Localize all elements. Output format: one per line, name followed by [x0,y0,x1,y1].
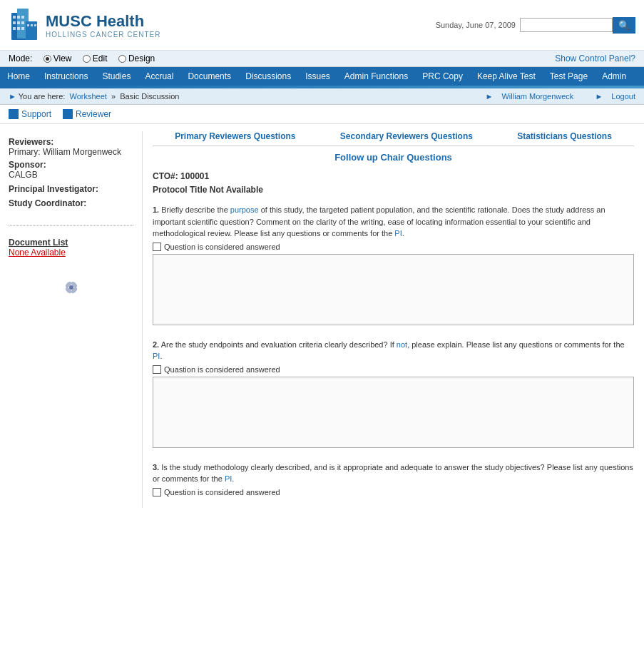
nav-prc-copy[interactable]: PRC Copy [415,67,470,86]
followup-header: Follow up Chair Questions [153,152,634,163]
question-2-checkbox[interactable] [153,365,161,374]
tab-reviewer[interactable]: Reviewer [63,109,111,119]
svg-rect-8 [13,27,16,30]
svg-rect-11 [26,21,37,40]
doc-list-label: Document List [9,238,133,248]
tab-primary-reviewers[interactable]: Primary Reviewers Questions [175,131,295,141]
logo-text: MUSC Health HOLLINGS CANCER CENTER [46,12,160,39]
nav-documents[interactable]: Documents [180,67,238,86]
svg-rect-13 [31,24,33,26]
q2-pi-link[interactable]: PI [153,352,160,360]
header-right: Sunday, June 07, 2009 🔍 [436,17,635,34]
question-tabs: Primary Reviewers Questions Secondary Re… [153,131,634,146]
breadcrumb-sep: » [111,92,116,101]
question-2-answer[interactable] [153,377,634,448]
mode-design-option[interactable]: Design [118,54,155,63]
nav-admin-functions[interactable]: Admin Functions [337,67,415,86]
breadcrumb-you-are-here: You are here: [19,92,66,101]
page-header: MUSC Health HOLLINGS CANCER CENTER Sunda… [0,0,644,51]
question-3-checkbox[interactable] [153,488,161,496]
svg-rect-2 [13,16,16,19]
svg-rect-10 [21,27,24,30]
control-panel-link[interactable]: Show Control Panel? [555,54,635,63]
tab-statisticians[interactable]: Statisticians Questions [517,131,612,141]
q1-purpose-link[interactable]: purpose [230,205,259,214]
nav-test-page[interactable]: Test Page [543,67,595,86]
coordinator-label: Study Coordinator: [9,198,133,208]
content-area: Primary Reviewers Questions Secondary Re… [143,131,644,508]
q2-not-link[interactable]: not [397,340,407,349]
question-2-checkbox-label: Quastion is considered answered [164,365,280,374]
coordinator-value [9,208,133,218]
doc-list-value[interactable]: None Available [9,248,133,258]
mode-design-radio[interactable] [118,55,126,63]
nav-issues[interactable]: Issues [298,67,337,86]
breadcrumb-logout[interactable]: Logout [611,92,635,101]
question-3-number: 3. [153,463,159,472]
question-1-checkbox-row: Question is considered answered [153,243,634,251]
nav-admin[interactable]: Admin [595,67,633,86]
nav-accrual[interactable]: Accrual [138,67,180,86]
mode-options: Mode: View Edit Design [9,54,155,63]
nav-studies[interactable]: Studies [95,67,138,86]
question-2-checkbox-row: Quastion is considered answered [153,365,634,374]
question-3-checkbox-label: Question is considered answered [164,488,280,496]
question-3-text: 3. Is the study methodology clearly desc… [153,462,634,485]
question-1-answer[interactable] [153,254,634,325]
breadcrumb-left: ► You are here: Worksheet » Basic Discus… [9,92,179,101]
tab-secondary-reviewers[interactable]: Secondary Reviewers Questions [340,131,473,141]
protocol-cto: CTO#: 100001 [153,170,634,183]
nav-bar: Home Instructions Studies Accrual Docume… [0,67,644,86]
logo-area: MUSC Health HOLLINGS CANCER CENTER [9,6,160,44]
svg-rect-5 [13,21,16,24]
primary-label: Primary: [9,147,41,157]
nav-discussions[interactable]: Discussions [238,67,298,86]
question-2-number: 2. [153,340,159,349]
primary-reviewer: Primary: William Morgenweck [9,147,133,157]
breadcrumb-current: Basic Discussion [120,92,179,101]
search-button[interactable]: 🔍 [613,17,635,34]
breadcrumb-bar: ► You are here: Worksheet » Basic Discus… [0,88,644,105]
mode-edit-radio[interactable] [83,55,91,63]
nav-keep-alive-test[interactable]: Keep Alive Test [470,67,543,86]
breadcrumb-user[interactable]: William Morgenweck [501,92,573,101]
reviewer-icon [63,109,73,119]
search-input[interactable] [520,18,613,32]
question-1-checkbox[interactable] [153,243,161,251]
sponsor-value: CALGB [9,170,133,180]
pi-label: Principal Investigator: [9,184,133,194]
svg-rect-9 [17,27,20,30]
svg-rect-7 [21,21,24,24]
breadcrumb-right: ► William Morgenweck ► Logout [486,92,635,101]
support-icon [9,109,19,119]
mode-view-radio[interactable] [44,55,51,63]
question-1-block: 1. Briefly describe the purpose of this … [153,204,634,327]
q3-pi-link[interactable]: PI [225,474,232,483]
question-1-text: 1. Briefly describe the purpose of this … [153,204,634,240]
svg-rect-12 [27,24,29,26]
nav-instructions[interactable]: Instructions [37,67,95,86]
question-1-number: 1. [153,205,159,214]
question-2-text: 2. Are the study endpoints and evaluatio… [153,339,634,362]
question-2-block: 2. Are the study endpoints and evaluatio… [153,339,634,450]
main-content: Reviewers: Primary: William Morgenweck S… [0,124,644,515]
svg-rect-6 [17,21,20,24]
mode-edit-label: Edit [93,54,108,63]
doc-list-section: Document List None Available [9,225,133,258]
mode-view-option[interactable]: View [44,54,72,63]
flower-icon [63,279,80,296]
mode-edit-option[interactable]: Edit [83,54,108,63]
nav-home[interactable]: Home [0,67,37,86]
sidebar-butterfly-icon [9,279,133,298]
q1-pi-link[interactable]: PI [394,229,402,238]
protocol-info: CTO#: 100001 Protocol Title Not Availabl… [153,170,634,197]
mode-bar: Mode: View Edit Design Show Control Pane… [0,51,644,67]
date-display: Sunday, June 07, 2009 [436,21,516,29]
search-box: 🔍 [520,17,635,34]
svg-point-19 [69,285,73,290]
breadcrumb-worksheet[interactable]: Worksheet [70,92,107,101]
svg-rect-14 [34,24,36,26]
svg-rect-3 [17,16,20,19]
tab-support[interactable]: Support [9,109,51,119]
sponsor-label: Sponsor: [9,160,133,170]
